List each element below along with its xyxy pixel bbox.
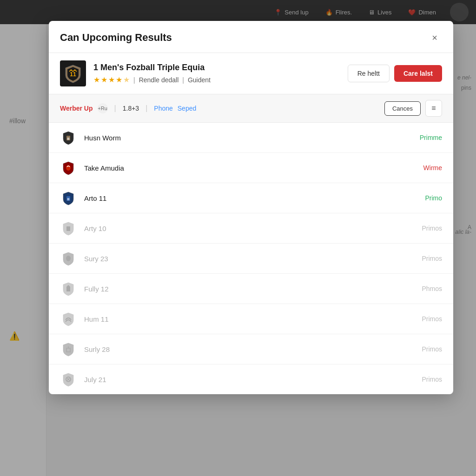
team-row[interactable]: IIArto 11Primo: [49, 183, 453, 213]
team-row[interactable]: Arty 10Primos: [49, 213, 453, 244]
care-lalst-button[interactable]: Care lalst: [394, 65, 442, 82]
team-name-label: Surly 28: [84, 345, 414, 353]
team-status-label: Primos: [422, 376, 442, 383]
star-1: ★: [93, 75, 100, 84]
league-actions: Re heltt Care lalst: [348, 65, 442, 82]
team-row[interactable]: IIHusn WormPrimme: [49, 123, 453, 153]
team-crest-icon: [60, 311, 77, 327]
team-row[interactable]: Take AmudiaWirme: [49, 153, 453, 183]
filter-phone-link[interactable]: Phone: [154, 105, 172, 112]
team-crest-icon: [60, 280, 77, 297]
league-header: 11 1 Men's Fozball Triple Equia ★ ★ ★ ★ …: [49, 53, 453, 94]
filter-score: 1.8+3: [123, 105, 139, 112]
team-name-label: Arty 10: [84, 225, 414, 232]
modal-close-button[interactable]: ×: [427, 30, 442, 45]
star-2: ★: [101, 75, 107, 84]
team-crest-icon: II: [60, 129, 77, 146]
star-3: ★: [108, 75, 115, 84]
team-row[interactable]: July 21Primos: [49, 364, 453, 394]
team-status-label: Wirme: [423, 164, 442, 172]
modal-title: Can Upcoming Results: [60, 32, 172, 44]
team-name-label: Fully 12: [84, 285, 414, 293]
team-row[interactable]: Surly 28Primos: [49, 334, 453, 364]
re-heltt-button[interactable]: Re heltt: [348, 65, 390, 82]
league-name: 1 Men's Fozball Triple Equia: [93, 63, 340, 73]
filter-label: Werber Up: [60, 105, 93, 112]
league-crest: 11: [60, 60, 86, 86]
filter-icon-button[interactable]: ≡: [425, 100, 442, 117]
filter-separator-2: |: [145, 104, 147, 112]
team-name-label: Arto 11: [84, 194, 417, 202]
team-crest-icon: [60, 371, 77, 388]
league-crest-svg: 11: [63, 63, 83, 84]
star-5: ★: [123, 75, 130, 84]
svg-text:II: II: [67, 197, 69, 201]
team-status-label: Primos: [422, 345, 442, 353]
team-crest-icon: II: [60, 190, 77, 206]
filter-badge: +Ru: [98, 103, 108, 113]
team-status-label: Primme: [420, 134, 442, 141]
star-4: ★: [116, 75, 122, 84]
hamburger-icon: ≡: [431, 104, 436, 112]
modal-header: Can Upcoming Results ×: [49, 21, 453, 53]
svg-text:11: 11: [70, 71, 76, 78]
team-crest-icon: [60, 250, 77, 267]
cances-button[interactable]: Cances: [384, 101, 421, 116]
team-list: IIHusn WormPrimmeTake AmudiaWirmeIIArto …: [49, 123, 453, 394]
svg-point-7: [66, 256, 71, 261]
filter-separator: |: [114, 104, 116, 112]
team-row[interactable]: Hum 11Primos: [49, 304, 453, 334]
team-name-label: Sury 23: [84, 255, 414, 263]
team-status-label: Phmos: [422, 285, 442, 292]
team-crest-icon: [60, 159, 77, 176]
team-crest-icon: [60, 341, 77, 357]
team-status-label: Primo: [425, 194, 442, 202]
meta-separator-2: |: [182, 76, 184, 84]
team-row[interactable]: Fully 12Phmos: [49, 274, 453, 304]
filter-seped-link[interactable]: Seped: [178, 105, 196, 112]
team-crest-icon: [60, 220, 77, 237]
league-stars: ★ ★ ★ ★ ★: [93, 75, 130, 84]
team-name-label: July 21: [84, 376, 414, 383]
modal-dialog: Can Upcoming Results × 11 1 Men's Fozbal…: [49, 21, 453, 394]
svg-text:II: II: [67, 137, 69, 141]
team-status-label: Primos: [422, 255, 442, 262]
meta-separator-1: |: [133, 76, 135, 84]
league-meta1: Rendle dedall: [139, 76, 179, 84]
team-status-label: Primos: [422, 315, 442, 323]
team-name-label: Husn Worm: [84, 134, 412, 142]
team-name-label: Take Amudia: [84, 164, 416, 172]
league-meta2: Guident: [188, 76, 211, 84]
team-status-label: Primos: [422, 225, 442, 232]
league-info: 1 Men's Fozball Triple Equia ★ ★ ★ ★ ★ |…: [93, 63, 340, 84]
team-name-label: Hum 11: [84, 315, 414, 323]
filter-bar: Werber Up +Ru | 1.8+3 | Phone Seped Canc…: [49, 94, 453, 123]
league-meta: ★ ★ ★ ★ ★ | Rendle dedall | Guident: [93, 75, 340, 84]
team-row[interactable]: Sury 23Primos: [49, 244, 453, 274]
svg-rect-6: [66, 226, 70, 231]
